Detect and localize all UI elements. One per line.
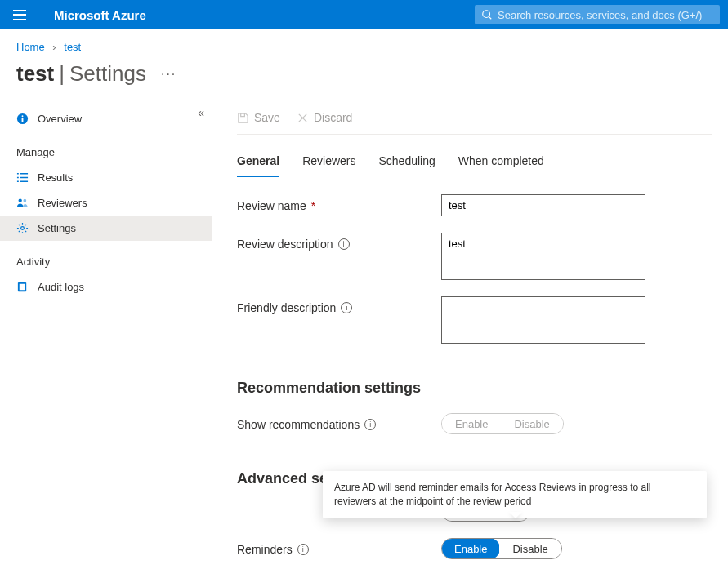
save-button[interactable]: Save [237, 111, 280, 124]
gear-icon [16, 222, 29, 234]
save-icon [237, 112, 249, 124]
svg-point-6 [23, 199, 26, 202]
disable-option: Disable [501, 414, 562, 434]
sidebar-label: Results [38, 171, 73, 184]
discard-label: Discard [314, 111, 352, 124]
label-review-description: Review description i [237, 233, 441, 251]
sidebar-label: Audit logs [38, 281, 84, 293]
svg-point-0 [483, 11, 490, 18]
breadcrumb-current[interactable]: test [64, 41, 81, 53]
tab-when-completed[interactable]: When completed [458, 149, 544, 177]
breadcrumb-sep: › [52, 41, 56, 53]
save-label: Save [254, 111, 280, 124]
label-review-name: Review name * [237, 194, 441, 212]
people-icon [16, 197, 29, 209]
sidebar-item-audit-logs[interactable]: Audit logs [0, 274, 212, 300]
toggle-show-recommendations: Enable Disable [441, 413, 564, 434]
sidebar-item-overview[interactable]: Overview [0, 106, 212, 131]
required-indicator: * [311, 199, 315, 212]
sidebar-item-reviewers[interactable]: Reviewers [0, 190, 212, 216]
info-icon[interactable]: i [341, 302, 352, 313]
page-title-section: Settings [69, 61, 146, 87]
tab-scheduling[interactable]: Scheduling [379, 149, 435, 177]
sidebar: « Overview Manage Results Reviewers Sett… [0, 106, 212, 576]
disable-option[interactable]: Disable [499, 539, 561, 558]
list-icon [16, 171, 29, 184]
menu-toggle[interactable] [8, 7, 31, 24]
input-friendly-description[interactable] [441, 296, 645, 344]
sidebar-label: Settings [38, 222, 76, 234]
row-reminders: Reminders i Enable Disable [237, 538, 712, 559]
search-input[interactable] [498, 9, 713, 21]
svg-point-5 [19, 199, 22, 202]
search-box[interactable] [475, 5, 720, 24]
label-show-recommendations: Show recommendations i [237, 413, 441, 431]
page-title: test | Settings [16, 61, 146, 87]
content: Save Discard General Reviewers Schedulin… [212, 106, 728, 576]
close-icon [297, 112, 309, 124]
svg-rect-3 [22, 118, 24, 122]
row-review-description: Review description i [237, 233, 712, 280]
row-review-name: Review name * [237, 194, 712, 216]
info-icon[interactable]: i [297, 544, 309, 555]
collapse-sidebar-icon[interactable]: « [198, 106, 204, 119]
more-menu[interactable]: ··· [161, 67, 176, 82]
sidebar-label: Overview [38, 113, 82, 125]
discard-button[interactable]: Discard [297, 111, 352, 124]
reminders-tooltip: Azure AD will send reminder emails for A… [323, 471, 707, 518]
input-review-name[interactable] [441, 194, 645, 216]
toggle-reminders[interactable]: Enable Disable [441, 538, 562, 559]
brand: Microsoft Azure [54, 8, 146, 22]
sidebar-item-settings[interactable]: Settings [0, 216, 212, 241]
sidebar-header-manage: Manage [0, 140, 212, 165]
svg-rect-9 [20, 284, 25, 291]
svg-point-4 [22, 115, 24, 117]
breadcrumb: Home › test [0, 29, 728, 61]
topbar: Microsoft Azure [0, 0, 728, 29]
section-recommendation: Recommendation settings [237, 380, 712, 397]
svg-rect-10 [241, 113, 245, 116]
input-review-description[interactable] [441, 233, 645, 280]
label-friendly-description: Friendly description i [237, 296, 441, 314]
tab-general[interactable]: General [237, 149, 279, 177]
tabs: General Reviewers Scheduling When comple… [237, 149, 712, 178]
label-reminders: Reminders i [237, 538, 441, 556]
title-sep: | [59, 61, 65, 87]
tab-reviewers[interactable]: Reviewers [302, 149, 355, 177]
info-icon[interactable]: i [364, 419, 376, 430]
page-title-name: test [16, 61, 54, 87]
title-row: test | Settings ··· [0, 61, 728, 106]
enable-option[interactable]: Enable [441, 538, 500, 559]
svg-line-1 [489, 17, 492, 20]
info-icon[interactable]: i [338, 238, 350, 250]
enable-option: Enable [442, 414, 501, 434]
toolbar: Save Discard [237, 106, 712, 135]
row-friendly-description: Friendly description i [237, 296, 712, 344]
sidebar-label: Reviewers [38, 197, 87, 209]
search-icon [481, 9, 493, 20]
breadcrumb-home[interactable]: Home [16, 41, 45, 53]
row-show-recommendations: Show recommendations i Enable Disable [237, 413, 712, 434]
sidebar-item-results[interactable]: Results [0, 165, 212, 190]
sidebar-header-activity: Activity [0, 249, 212, 274]
book-icon [16, 281, 29, 293]
info-icon [16, 113, 29, 125]
svg-point-7 [21, 227, 25, 230]
